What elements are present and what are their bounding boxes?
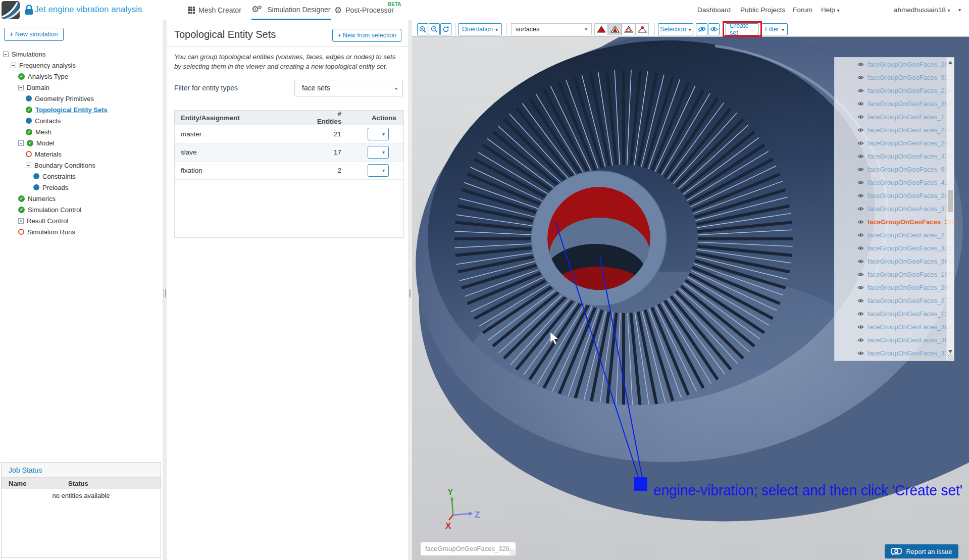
face-group-item[interactable]: faceGroupOnGeoFaces_177 <box>835 110 954 123</box>
tree-item-simulation-control[interactable]: ✓Simulation Control <box>2 204 159 215</box>
render-solid-wireframe-button[interactable] <box>608 23 622 35</box>
nav-forum[interactable]: Forum <box>793 6 812 14</box>
face-group-item[interactable]: faceGroupOnGeoFaces_325 <box>835 241 954 254</box>
row-actions-dropdown[interactable]: ▾ <box>368 128 389 140</box>
face-group-label: faceGroupOnGeoFaces_413 <box>868 179 952 186</box>
collapse-icon[interactable]: − <box>3 52 9 57</box>
status-info-icon <box>33 173 39 179</box>
face-group-item[interactable]: faceGroupOnGeoFaces_285 <box>835 58 954 71</box>
tree-item-analysis-type[interactable]: ✓Analysis Type <box>2 71 159 82</box>
collapse-icon[interactable]: − <box>11 63 16 68</box>
face-group-item[interactable]: faceGroupOnGeoFaces_125 <box>835 307 954 320</box>
face-group-item[interactable]: faceGroupOnGeoFaces_413 <box>835 176 954 189</box>
zoom-in-button[interactable] <box>417 23 428 35</box>
nav-user-menu[interactable]: ahmedhussain18 ▾ <box>894 6 950 14</box>
selection-dropdown[interactable]: Selection▾ <box>658 23 693 35</box>
app-logo[interactable] <box>2 1 20 19</box>
tree-item-frequency-analysis[interactable]: −Frequency analysis <box>2 60 159 71</box>
expand-icon[interactable]: + <box>18 218 24 224</box>
viewport-3d-canvas[interactable]: engine-vibration; select and then click … <box>412 36 969 560</box>
face-group-item[interactable]: faceGroupOnGeoFaces_92 <box>835 71 954 84</box>
nav-dashboard[interactable]: Dashboard <box>697 6 731 14</box>
show-selection-button[interactable] <box>708 23 720 35</box>
face-group-label: faceGroupOnGeoFaces_285 <box>868 61 952 68</box>
face-group-item[interactable]: faceGroupOnGeoFaces_93 <box>835 163 954 176</box>
face-group-item[interactable]: faceGroupOnGeoFaces_362 <box>835 254 954 268</box>
tree-item-topological-entity-sets[interactable]: ✓Topological Entity Sets <box>2 104 159 115</box>
entity-set-row-fixation[interactable]: fixation2▾ <box>175 162 403 180</box>
face-group-item[interactable]: faceGroupOnGeoFaces_293 <box>835 189 954 202</box>
panel-resize-handle[interactable] <box>948 354 953 360</box>
row-actions-dropdown[interactable]: ▾ <box>368 146 389 159</box>
new-from-selection-button[interactable]: + New from selection <box>332 29 401 42</box>
tree-item-boundary-conditions[interactable]: −Boundary Conditions <box>2 160 159 171</box>
scroll-thumb[interactable] <box>948 190 953 212</box>
tree-item-preloads[interactable]: Preloads <box>2 182 159 193</box>
axis-triad: Y Z X <box>445 487 480 531</box>
tree-item-simulation-runs[interactable]: Simulation Runs <box>2 226 159 237</box>
nav-public-projects[interactable]: Public Projects <box>740 6 785 14</box>
set-name-input[interactable]: faceGroupOnGeoFaces_326 <box>420 542 516 556</box>
eye-icon <box>857 233 864 237</box>
face-group-item[interactable]: faceGroupOnGeoFaces_271 <box>835 228 954 241</box>
eye-icon <box>857 298 864 303</box>
nav-help-menu[interactable]: Help ▾ <box>821 6 840 14</box>
tab-simulation-designer[interactable]: ⚙⚙ Simulation Designer <box>251 0 331 20</box>
entity-set-row-master[interactable]: master21▾ <box>175 125 403 143</box>
simulation-tree-panel: + New simulation −Simulations−Frequency … <box>0 20 163 560</box>
gears-icon: ⚙⚙ <box>251 5 264 14</box>
face-group-item[interactable]: faceGroupOnGeoFaces_240 <box>835 123 954 136</box>
tab-mesh-creator[interactable]: Mesh Creator <box>188 0 241 20</box>
refresh-view-button[interactable] <box>440 23 451 35</box>
panel-divider-right[interactable] <box>408 20 412 560</box>
entity-type-select[interactable]: face sets ▾ <box>294 80 403 96</box>
filter-dropdown[interactable]: Filter▾ <box>761 23 788 35</box>
face-group-item[interactable]: faceGroupOnGeoFaces_363 <box>835 320 954 333</box>
collapse-icon[interactable]: − <box>26 163 31 168</box>
face-group-item[interactable]: faceGroupOnGeoFaces_33 <box>835 346 954 360</box>
tree-item-simulations[interactable]: −Simulations <box>2 48 159 60</box>
tree-item-result-control[interactable]: +Result Control <box>2 215 159 226</box>
face-group-item[interactable]: faceGroupOnGeoFaces_234 <box>835 84 954 97</box>
tree-item-constraints[interactable]: Constraints <box>2 171 159 182</box>
collapse-icon[interactable]: − <box>18 140 24 146</box>
row-actions-dropdown[interactable]: ▾ <box>368 164 389 177</box>
panel-divider-left[interactable] <box>163 20 167 560</box>
face-group-item[interactable]: faceGroupOnGeoFaces_197 <box>835 268 954 281</box>
create-set-button[interactable]: Create set <box>726 23 758 35</box>
new-simulation-button[interactable]: + New simulation <box>4 28 64 41</box>
face-group-item[interactable]: faceGroupOnGeoFaces_337 <box>835 149 954 163</box>
tree-item-label: Analysis Type <box>28 73 68 80</box>
face-group-item[interactable]: faceGroupOnGeoFaces_277 <box>835 294 954 307</box>
display-mode-select[interactable]: surfaces ▾ <box>511 23 592 35</box>
tree-item-model[interactable]: −✓Model <box>2 137 159 148</box>
scroll-up-arrow[interactable] <box>948 61 952 64</box>
tree-item-domain[interactable]: −Domain <box>2 82 159 93</box>
face-group-item[interactable]: faceGroupOnGeoFaces_322 <box>835 215 954 228</box>
entity-set-row-slave[interactable]: slave17▾ <box>175 143 403 162</box>
collapse-icon[interactable]: − <box>18 85 24 90</box>
tree-item-numerics[interactable]: ✓Numerics <box>2 193 159 204</box>
render-solid-button[interactable] <box>594 23 608 35</box>
face-group-item[interactable]: faceGroupOnGeoFaces_201 <box>835 281 954 294</box>
tree-item-mesh[interactable]: ✓Mesh <box>2 126 159 137</box>
orientation-dropdown[interactable]: Orientation▾ <box>458 23 502 35</box>
nav-extra-menu[interactable]: ▾ <box>958 7 961 13</box>
input-resize-handle[interactable] <box>509 549 515 555</box>
render-points-button[interactable] <box>635 23 649 35</box>
report-issue-button[interactable]: Report an issue <box>885 544 958 558</box>
face-group-item[interactable]: faceGroupOnGeoFaces_371 <box>835 202 954 215</box>
tree-item-materials[interactable]: Materials <box>2 148 159 160</box>
tab-post-processor[interactable]: ⚙ Post-Processor <box>334 0 394 20</box>
scroll-down-arrow[interactable] <box>948 350 952 353</box>
render-wireframe-button[interactable] <box>622 23 635 35</box>
face-group-item[interactable]: faceGroupOnGeoFaces_351 <box>835 97 954 110</box>
zoom-out-button[interactable] <box>429 23 440 35</box>
face-list-scrollbar[interactable] <box>946 58 954 361</box>
tree-item-geometry-primitives[interactable]: Geometry Primitives <box>2 93 159 104</box>
face-group-item[interactable]: faceGroupOnGeoFaces_364 <box>835 333 954 346</box>
face-group-item[interactable]: faceGroupOnGeoFaces_244 <box>835 136 954 149</box>
hide-selection-button[interactable] <box>696 23 707 35</box>
tree-item-contacts[interactable]: Contacts <box>2 115 159 126</box>
gear-icon: ⚙ <box>334 6 342 15</box>
